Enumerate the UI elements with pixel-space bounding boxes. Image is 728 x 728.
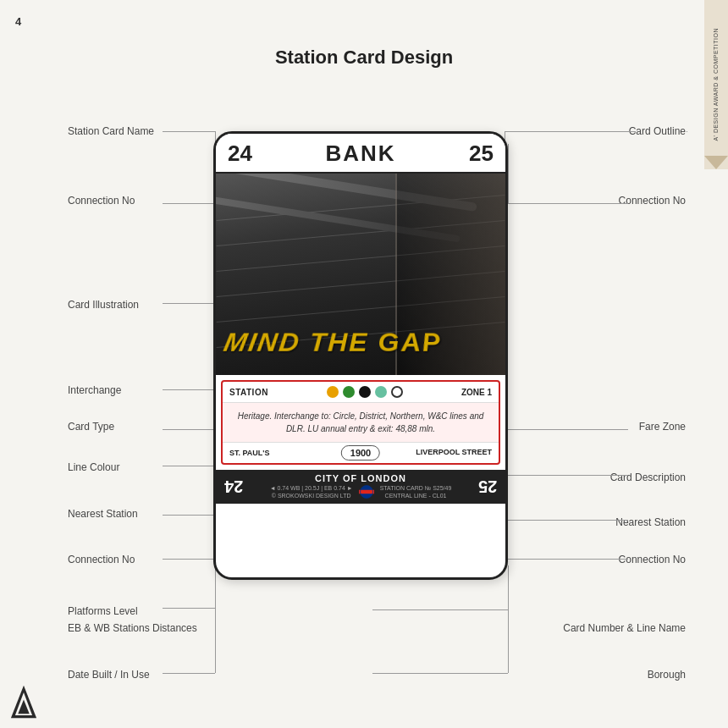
connector-conn-no-right xyxy=(508,203,628,204)
banner-text: A' DESIGN AWARD & COMPETITION xyxy=(712,28,720,141)
nearest-right: LIVERPOOL STREET xyxy=(416,448,492,458)
card-info-section: STATION ZONE 1 Heritage. Interchange to:… xyxy=(221,380,500,465)
label-card-type: Card Type xyxy=(68,421,114,433)
label-borough: Borough xyxy=(648,669,686,681)
conn-num-right: 25 xyxy=(469,141,494,167)
connector-borough xyxy=(372,673,508,674)
connector-interchange xyxy=(163,389,215,390)
circle-teal xyxy=(375,386,387,398)
label-connection-no-right2: Connection No xyxy=(619,554,686,565)
connector-fare-zone xyxy=(508,429,628,430)
label-connection-no-right1: Connection No xyxy=(619,195,686,207)
label-card-illustration: Card Illustration xyxy=(68,299,139,311)
connector-line-colour xyxy=(163,466,215,466)
footer-conn-right: 25 xyxy=(478,477,497,496)
circles-row xyxy=(327,386,403,398)
right-banner: A' DESIGN AWARD & COMPETITION xyxy=(704,0,728,169)
label-nearest-station-left: Nearest Station xyxy=(68,508,138,520)
card-header: 24 BANK 25 xyxy=(216,134,505,174)
a-design-logo xyxy=(8,684,39,720)
svg-rect-1 xyxy=(359,490,374,494)
label-fare-zone: Fare Zone xyxy=(639,421,686,433)
connector-conn-bot-right xyxy=(508,559,628,560)
connector-card-outline-pt xyxy=(687,131,687,132)
connector-platforms xyxy=(163,608,215,609)
connector-card-desc xyxy=(508,475,628,476)
connector-card-outline xyxy=(505,131,636,132)
label-connection-no-left1: Connection No xyxy=(68,195,135,207)
label-card-number-line-name: Card Number & Line Name xyxy=(563,622,686,634)
year-bubble: 1900 xyxy=(341,445,380,461)
label-date-built: Date Built / In Use xyxy=(68,669,150,681)
footer-center: CITY OF LONDON ◄ 0.74 WB | 20.5J | EB 0.… xyxy=(270,473,452,501)
conn-num-left: 24 xyxy=(228,141,252,167)
footer-details-left: ◄ 0.74 WB | 20.5J | EB 0.74 ► © SROKOWSK… xyxy=(270,484,353,501)
nearest-left: ST. PAUL'S xyxy=(229,449,269,457)
footer-detail-row: ◄ 0.74 WB | 20.5J | EB 0.74 ► © SROKOWSK… xyxy=(270,483,452,501)
label-card-outline: Card Outline xyxy=(629,125,686,137)
connector-station-name xyxy=(163,131,215,132)
footer-line: CENTRAL LINE - CL01 xyxy=(380,492,452,500)
connector-conn-no-left xyxy=(163,203,215,204)
footer-card-no: STATION CARD № S25/49 xyxy=(380,484,452,493)
mind-gap-text: MIND THE GAP xyxy=(221,328,500,358)
circle-green xyxy=(343,386,355,398)
label-platforms-level: Platforms Level xyxy=(68,605,138,617)
label-card-description: Card Description xyxy=(610,472,686,483)
connector-card-type xyxy=(163,429,215,430)
circle-white xyxy=(391,386,403,398)
banner-arrow xyxy=(704,156,728,169)
circle-black xyxy=(359,386,371,398)
nearest-stations-row: ST. PAUL'S 1900 LIVERPOOL STREET xyxy=(223,443,499,463)
label-interchange: Interchange xyxy=(68,384,121,396)
page-title: Station Card Design xyxy=(0,47,728,69)
card-type-row: STATION ZONE 1 xyxy=(223,382,499,403)
station-card: 24 BANK 25 MIND THE GAP STATION xyxy=(213,131,508,580)
label-station-card-name: Station Card Name xyxy=(68,125,154,137)
circle-yellow xyxy=(327,386,339,398)
connector-nearest-left xyxy=(163,515,215,516)
card-description-text: Heritage. Interchange to: Circle, Distri… xyxy=(223,403,499,443)
label-eb-wb: EB & WB Stations Distances xyxy=(68,622,197,634)
footer-detail1: ◄ 0.74 WB | 20.5J | EB 0.74 ► xyxy=(270,484,353,493)
footer-details-right: STATION CARD № S25/49 CENTRAL LINE - CL0… xyxy=(380,484,452,501)
connector-date-built xyxy=(163,673,215,674)
label-nearest-station-right: Nearest Station xyxy=(615,516,686,528)
connector-v-date xyxy=(215,565,216,673)
connector-v-borough xyxy=(508,565,509,673)
page-number: 4 xyxy=(15,15,21,28)
label-line-colour: Line Colour xyxy=(68,461,119,473)
connector-nearest-right xyxy=(508,520,628,521)
footer-conn-left: 24 xyxy=(224,477,243,496)
zone-label: ZONE 1 xyxy=(461,388,492,397)
footer-city: CITY OF LONDON xyxy=(270,473,452,483)
footer-detail2: © SROKOWSKI DESIGN LTD xyxy=(270,492,353,500)
tfl-logo xyxy=(359,484,374,499)
card-desc-em: Heritage. Interchange to: Circle, Distri… xyxy=(238,411,484,433)
connector-card-illus xyxy=(163,303,215,304)
connector-conn-bot-left xyxy=(163,559,215,560)
card-type-label: STATION xyxy=(229,388,268,397)
card-illustration: MIND THE GAP xyxy=(216,174,505,375)
connector-v-conn-right xyxy=(508,144,509,203)
label-connection-no-left2: Connection No xyxy=(68,554,135,565)
connector-card-num-top xyxy=(372,609,508,610)
card-footer: 24 CITY OF LONDON ◄ 0.74 WB | 20.5J | EB… xyxy=(216,470,505,505)
card-station-name: BANK xyxy=(325,141,395,167)
